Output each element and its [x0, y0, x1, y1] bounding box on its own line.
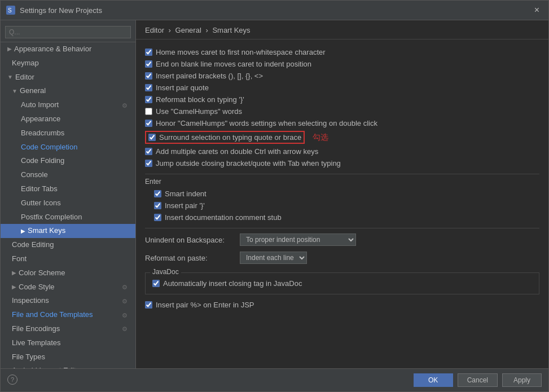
- sidebar-item-code-completion[interactable]: Code Completion: [1, 140, 135, 155]
- settings-panel: Home moves caret to first non-whitespace…: [136, 39, 548, 368]
- sidebar-item-code-editing[interactable]: Code Editing: [1, 238, 135, 252]
- checkbox-label-insert-doc-comment: Insert documentation comment stub: [165, 213, 282, 222]
- sidebar-item-label: Gutter Icons: [21, 197, 61, 209]
- badge-icon: ⚙: [122, 297, 131, 306]
- svg-text:S: S: [8, 7, 12, 14]
- ok-button[interactable]: OK: [414, 373, 453, 387]
- sidebar-item-label: Auto Import: [21, 99, 59, 111]
- sidebar-item-editor[interactable]: ▼ Editor: [1, 71, 135, 85]
- sidebar-item-label: Appearance: [21, 113, 60, 125]
- sidebar-item-code-folding[interactable]: Code Folding: [1, 154, 135, 168]
- breadcrumb-part-1: Editor: [145, 26, 164, 34]
- checkbox-label-end-blank-line: End on blank line moves caret to indent …: [156, 60, 311, 68]
- sidebar-item-color-scheme[interactable]: ▶ Color Scheme: [1, 266, 135, 280]
- sidebar-item-console[interactable]: Console: [1, 168, 135, 182]
- checkbox-row-insert-pair-quote: Insert pair quote: [145, 82, 539, 94]
- sidebar-item-inspections[interactable]: Inspections ⚙: [1, 294, 135, 308]
- checkbox-row-home-moves-caret: Home moves caret to first non-whitespace…: [145, 46, 539, 58]
- sidebar-item-file-types[interactable]: File Types: [1, 350, 135, 364]
- checkbox-label-reformat-block: Reformat block on typing '}': [156, 95, 244, 104]
- javadoc-label: JavaDoc: [150, 268, 181, 276]
- annotation-text: 勾选: [313, 133, 328, 143]
- help-button[interactable]: ?: [7, 375, 17, 385]
- sidebar-item-smart-keys[interactable]: ▶ Smart Keys: [1, 224, 135, 238]
- cancel-button[interactable]: Cancel: [458, 373, 498, 387]
- search-box: [1, 23, 135, 42]
- sidebar-item-label: Editor: [15, 72, 34, 83]
- checkbox-insert-pair-quote[interactable]: [145, 84, 152, 91]
- reformat-select[interactable]: Indent each line Reformat block Do not r…: [240, 252, 307, 264]
- checkbox-label-insert-pair-jsp: Insert pair %> on Enter in JSP: [156, 301, 254, 309]
- checkbox-row-reformat-block: Reformat block on typing '}': [145, 94, 539, 105]
- checkbox-home-moves-caret[interactable]: [145, 49, 152, 56]
- checkbox-label-auto-insert-closing-tag: Automatically insert closing tag in Java…: [163, 279, 302, 288]
- sidebar-item-file-code-templates[interactable]: File and Code Templates ⚙: [1, 308, 135, 322]
- sidebar-item-general[interactable]: ▼ General: [1, 84, 135, 98]
- javadoc-section: JavaDoc Automatically insert closing tag…: [145, 272, 539, 294]
- search-input[interactable]: [5, 26, 131, 38]
- checkbox-row-add-multiple-carets: Add multiple carets on double Ctrl with …: [145, 146, 539, 157]
- sidebar-item-android-layout-editor[interactable]: Android Layout Editor: [1, 364, 135, 368]
- checkbox-honor-camelhumps[interactable]: [145, 120, 152, 127]
- content-area: Editor › General › Smart Keys Home moves…: [136, 20, 548, 368]
- sidebar-item-live-templates[interactable]: Live Templates: [1, 336, 135, 350]
- sidebar-item-label: Smart Keys: [28, 225, 65, 237]
- checkbox-insert-pair-brace[interactable]: [154, 202, 161, 209]
- sidebar-item-keymap[interactable]: Keymap: [1, 56, 135, 71]
- sidebar-item-file-encodings[interactable]: File Encodings ⚙: [1, 322, 135, 336]
- breadcrumb-part-2: General: [175, 26, 201, 34]
- sidebar-item-font[interactable]: Font: [1, 252, 135, 266]
- expand-arrow: ▶: [12, 283, 16, 292]
- breadcrumb: Editor › General › Smart Keys: [136, 20, 548, 39]
- checkbox-label-surround-selection: Surround selection on typing quote or br…: [159, 133, 301, 142]
- sidebar-item-label: Code Style: [19, 281, 55, 293]
- sidebar-item-gutter-icons[interactable]: Gutter Icons: [1, 196, 135, 210]
- checkbox-insert-pair-jsp[interactable]: [145, 301, 152, 309]
- sidebar-item-appearance[interactable]: Appearance: [1, 112, 135, 126]
- apply-button[interactable]: Apply: [502, 373, 542, 387]
- checkbox-row-insert-doc-comment: Insert documentation comment stub: [145, 212, 539, 223]
- checkbox-smart-indent[interactable]: [154, 190, 161, 197]
- main-content: ▶ Appearance & Behavior Keymap ▼ Editor …: [1, 20, 548, 368]
- checkbox-auto-insert-closing-tag[interactable]: [152, 280, 160, 287]
- highlight-box-surround: Surround selection on typing quote or br…: [145, 131, 305, 144]
- checkbox-row-insert-paired-brackets: Insert paired brackets (), [], {}, <>: [145, 70, 539, 82]
- enter-section-divider: [145, 174, 539, 174]
- sidebar-item-label: Breadcrumbs: [21, 127, 64, 139]
- checkbox-row-use-camelhumps: Use "CamelHumps" words: [145, 105, 539, 117]
- checkbox-reformat-block[interactable]: [145, 96, 152, 103]
- sidebar-item-breadcrumbs[interactable]: Breadcrumbs: [1, 126, 135, 140]
- checkbox-insert-doc-comment[interactable]: [154, 214, 161, 221]
- sidebar-item-label: Live Templates: [12, 337, 60, 349]
- sidebar-item-postfix-completion[interactable]: Postfix Completion: [1, 210, 135, 224]
- unindent-row: Unindent on Backspace: To proper indent …: [145, 231, 539, 249]
- sidebar-item-appearance-behavior[interactable]: ▶ Appearance & Behavior: [1, 42, 135, 56]
- checkbox-add-multiple-carets[interactable]: [145, 148, 152, 155]
- sidebar-item-label: General: [20, 85, 46, 97]
- sidebar-item-auto-import[interactable]: Auto Import ⚙: [1, 98, 135, 112]
- checkbox-jump-outside-closing[interactable]: [145, 160, 152, 167]
- checkbox-label-insert-paired-brackets: Insert paired brackets (), [], {}, <>: [156, 72, 263, 80]
- breadcrumb-sep-2: ›: [205, 26, 210, 34]
- sidebar-item-editor-tabs[interactable]: Editor Tabs: [1, 182, 135, 196]
- close-button[interactable]: ×: [531, 4, 543, 16]
- sidebar-item-code-style[interactable]: ▶ Code Style ⚙: [1, 280, 135, 294]
- expand-arrow: ▶: [7, 45, 12, 54]
- title-bar: S Settings for New Projects ×: [1, 1, 548, 20]
- checkbox-row-honor-camelhumps: Honor "CamelHumps" words settings when s…: [145, 117, 539, 129]
- unindent-select[interactable]: To proper indent position To the previou…: [240, 234, 356, 246]
- unindent-label: Unindent on Backspace:: [145, 236, 235, 244]
- checkbox-label-add-multiple-carets: Add multiple carets on double Ctrl with …: [156, 147, 318, 156]
- sidebar-item-label: Appearance & Behavior: [14, 43, 91, 55]
- reformat-row: Reformat on paste: Indent each line Refo…: [145, 249, 539, 267]
- expand-arrow: ▼: [12, 87, 17, 96]
- javadoc-box: JavaDoc Automatically insert closing tag…: [145, 272, 539, 294]
- checkbox-use-camelhumps[interactable]: [145, 108, 152, 115]
- sidebar-item-label: Inspections: [12, 295, 49, 307]
- checkbox-insert-paired-brackets[interactable]: [145, 72, 152, 80]
- checkbox-surround-selection[interactable]: [148, 134, 156, 141]
- checkbox-row-insert-pair-jsp: Insert pair %> on Enter in JSP: [145, 299, 539, 311]
- checkbox-row-surround-selection: Surround selection on typing quote or br…: [145, 129, 539, 146]
- checkbox-end-blank-line[interactable]: [145, 60, 152, 68]
- bottom-bar: ? OK Cancel Apply: [1, 368, 548, 391]
